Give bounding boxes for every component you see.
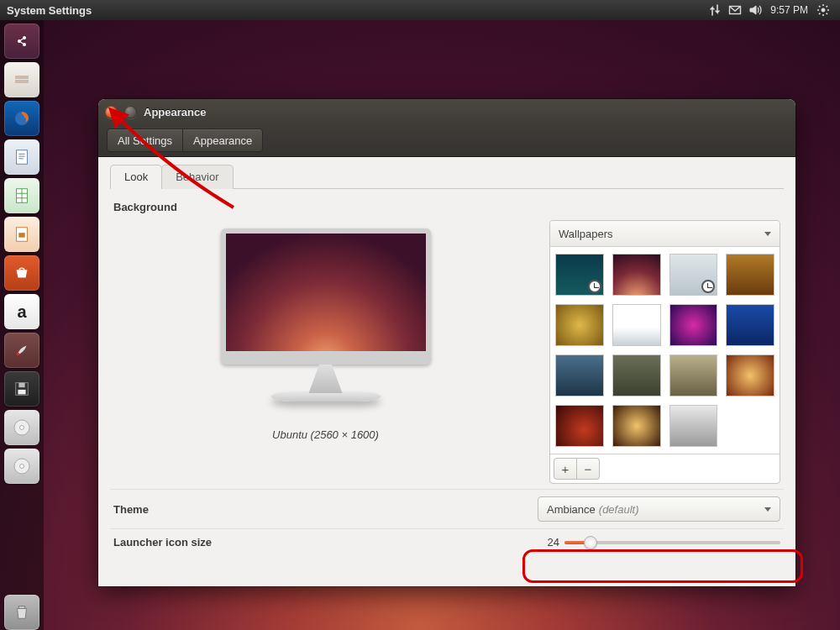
appearance-window: Appearance All Settings Appearance Look …: [98, 99, 795, 586]
wallpaper-add-button[interactable]: +: [554, 458, 577, 480]
svg-rect-5: [15, 76, 29, 79]
launcher-size-control: 24: [538, 536, 780, 549]
app-title: System Settings: [7, 4, 92, 17]
launcher-calc[interactable]: [4, 178, 39, 213]
wallpaper-source-value: Wallpapers: [559, 228, 613, 240]
launcher-disc-1[interactable]: [4, 410, 39, 445]
launcher-firefox[interactable]: [4, 101, 39, 136]
svg-rect-14: [18, 383, 24, 388]
svg-point-19: [20, 465, 24, 469]
wallpaper-thumb[interactable]: [612, 304, 661, 346]
breadcrumb-appearance[interactable]: Appearance: [182, 129, 263, 152]
mail-icon[interactable]: [725, 3, 745, 17]
background-caption: Ubuntu (2560 × 1600): [272, 428, 379, 441]
launcher-size-slider[interactable]: [564, 541, 780, 544]
background-preview: Ubuntu (2560 × 1600): [113, 220, 538, 441]
launcher-amazon[interactable]: a: [4, 294, 39, 329]
tab-behavior[interactable]: Behavior: [161, 165, 233, 189]
background-label: Background: [113, 201, 780, 213]
wallpaper-thumb[interactable]: [726, 354, 774, 396]
window-close-button[interactable]: [105, 106, 118, 118]
launcher-size-value: 24: [538, 536, 559, 549]
monitor-icon: [221, 228, 431, 365]
wallpaper-thumb[interactable]: [612, 354, 661, 396]
launcher-settings[interactable]: [4, 333, 39, 368]
clock-badge-icon: [701, 280, 715, 293]
wallpaper-remove-button[interactable]: −: [577, 458, 600, 480]
launcher-disc-2[interactable]: [4, 449, 39, 484]
window-minimize-button[interactable]: [124, 106, 137, 118]
wallpaper-source-select[interactable]: Wallpapers: [550, 221, 780, 247]
svg-rect-20: [18, 606, 24, 609]
theme-select[interactable]: Ambiance (default): [538, 496, 780, 522]
launcher-dash[interactable]: [4, 24, 39, 59]
wallpaper-thumb[interactable]: [555, 254, 604, 296]
tab-strip: Look Behavior: [110, 164, 784, 189]
wallpaper-thumb[interactable]: [669, 354, 718, 396]
launcher-floppy[interactable]: [4, 371, 39, 407]
svg-point-17: [20, 426, 24, 430]
chevron-down-icon: [764, 232, 771, 236]
session-gear-icon[interactable]: [813, 3, 833, 17]
wallpaper-grid: [550, 247, 780, 454]
wallpaper-thumb[interactable]: [669, 304, 718, 346]
wallpaper-thumb[interactable]: [726, 304, 774, 346]
svg-rect-15: [18, 390, 25, 395]
svg-rect-11: [18, 233, 24, 238]
wallpaper-thumb[interactable]: [555, 304, 604, 346]
wallpaper-thumb[interactable]: [555, 354, 604, 396]
tab-look[interactable]: Look: [110, 165, 162, 189]
clock-badge-icon: [588, 280, 601, 293]
theme-default-suffix: (default): [599, 503, 639, 516]
wallpaper-thumb[interactable]: [555, 405, 604, 447]
launcher-software[interactable]: [4, 255, 39, 291]
wallpaper-thumb[interactable]: [612, 405, 661, 447]
unity-launcher: a: [0, 20, 44, 630]
wallpaper-picker: Wallpapers + −: [549, 220, 780, 484]
top-menubar: System Settings 9:57 PM: [0, 0, 840, 20]
launcher-trash[interactable]: [4, 595, 39, 630]
wallpaper-thumb[interactable]: [669, 405, 718, 447]
launcher-files[interactable]: [4, 62, 39, 97]
svg-point-12: [17, 353, 20, 356]
breadcrumb-all-settings[interactable]: All Settings: [107, 129, 183, 152]
launcher-size-label: Launcher icon size: [113, 536, 538, 549]
launcher-impress[interactable]: [4, 217, 39, 252]
wallpaper-thumb[interactable]: [612, 254, 661, 296]
svg-rect-8: [17, 150, 28, 165]
window-titlebar[interactable]: Appearance: [98, 99, 795, 124]
clock[interactable]: 9:57 PM: [765, 4, 813, 16]
svg-rect-6: [15, 80, 29, 83]
wallpaper-thumb[interactable]: [726, 254, 774, 296]
network-icon[interactable]: [705, 3, 725, 17]
chevron-down-icon: [764, 507, 771, 512]
theme-value: Ambiance: [547, 503, 596, 516]
theme-label: Theme: [113, 503, 538, 516]
volume-icon[interactable]: [745, 3, 765, 17]
launcher-writer[interactable]: [4, 139, 39, 175]
window-toolbar: All Settings Appearance: [98, 124, 795, 157]
window-title: Appearance: [144, 106, 206, 118]
svg-point-1: [822, 8, 825, 12]
wallpaper-thumb[interactable]: [669, 254, 718, 296]
